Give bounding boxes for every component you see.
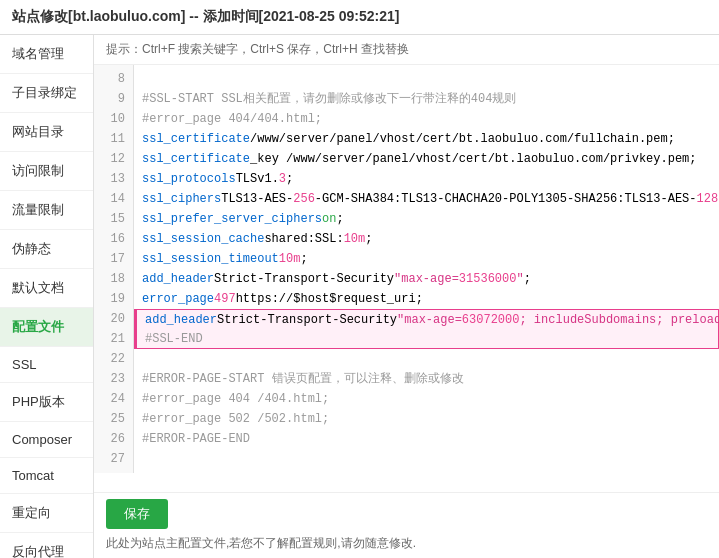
line-numbers: 89101112131415161718192021222324252627 xyxy=(94,65,134,473)
sidebar-item-default-doc[interactable]: 默认文档 xyxy=(0,269,93,308)
code-line-22 xyxy=(134,349,719,369)
sidebar-item-composer[interactable]: Composer xyxy=(0,422,93,458)
line-number-8: 8 xyxy=(94,69,133,89)
code-line-24: #error_page 404 /404.html; xyxy=(134,389,719,409)
page-title: 站点修改[bt.laobuluo.com] -- 添加时间[2021-08-25… xyxy=(12,8,399,24)
line-number-12: 12 xyxy=(94,149,133,169)
sidebar-item-pseudo-static[interactable]: 伪静态 xyxy=(0,230,93,269)
line-number-13: 13 xyxy=(94,169,133,189)
line-number-10: 10 xyxy=(94,109,133,129)
sidebar-item-php-ver[interactable]: PHP版本 xyxy=(0,383,93,422)
sidebar-item-redirect[interactable]: 重定向 xyxy=(0,494,93,533)
sidebar-item-site-dir[interactable]: 网站目录 xyxy=(0,113,93,152)
sidebar-item-flow-limit[interactable]: 流量限制 xyxy=(0,191,93,230)
sidebar-item-config-file[interactable]: 配置文件 xyxy=(0,308,93,347)
save-button[interactable]: 保存 xyxy=(106,499,168,529)
line-number-11: 11 xyxy=(94,129,133,149)
code-line-13: ssl_protocols TLSv1.3; xyxy=(134,169,719,189)
code-line-8 xyxy=(134,69,719,89)
code-line-15: ssl_prefer_server_ciphers on; xyxy=(134,209,719,229)
code-line-18: add_header Strict-Transport-Security "ma… xyxy=(134,269,719,289)
code-line-25: #error_page 502 /502.html; xyxy=(134,409,719,429)
footer-note: 此处为站点主配置文件,若您不了解配置规则,请勿随意修改. xyxy=(106,535,707,552)
hint-bar: 提示：Ctrl+F 搜索关键字，Ctrl+S 保存，Ctrl+H 查找替换 xyxy=(94,35,719,65)
line-number-17: 17 xyxy=(94,249,133,269)
line-number-16: 16 xyxy=(94,229,133,249)
line-number-21: 21 xyxy=(94,329,133,349)
line-number-9: 9 xyxy=(94,89,133,109)
line-number-27: 27 xyxy=(94,449,133,469)
sidebar-item-subdir-bind[interactable]: 子目录绑定 xyxy=(0,74,93,113)
code-lines: #SSL-START SSL相关配置，请勿删除或修改下一行带注释的404规则#e… xyxy=(134,65,719,473)
code-line-14: ssl_ciphers TLS13-AES-256-GCM-SHA384:TLS… xyxy=(134,189,719,209)
line-number-19: 19 xyxy=(94,289,133,309)
content-area: 提示：Ctrl+F 搜索关键字，Ctrl+S 保存，Ctrl+H 查找替换 89… xyxy=(94,35,719,558)
editor-scroll[interactable]: 89101112131415161718192021222324252627 #… xyxy=(94,65,719,492)
code-line-10: #error_page 404/404.html; xyxy=(134,109,719,129)
footer-area: 保存 此处为站点主配置文件,若您不了解配置规则,请勿随意修改. xyxy=(94,492,719,558)
code-line-27 xyxy=(134,449,719,469)
code-line-16: ssl_session_cache shared:SSL:10m; xyxy=(134,229,719,249)
sidebar-item-reverse-proxy[interactable]: 反向代理 xyxy=(0,533,93,558)
editor-container: 89101112131415161718192021222324252627 #… xyxy=(94,65,719,492)
code-line-23: #ERROR-PAGE-START 错误页配置，可以注释、删除或修改 xyxy=(134,369,719,389)
sidebar-item-domain-mgmt[interactable]: 域名管理 xyxy=(0,35,93,74)
code-line-12: ssl_certificate_key /www/server/panel/vh… xyxy=(134,149,719,169)
line-number-18: 18 xyxy=(94,269,133,289)
line-number-25: 25 xyxy=(94,409,133,429)
line-number-20: 20 xyxy=(94,309,133,329)
sidebar-item-access-limit[interactable]: 访问限制 xyxy=(0,152,93,191)
line-number-15: 15 xyxy=(94,209,133,229)
code-line-9: #SSL-START SSL相关配置，请勿删除或修改下一行带注释的404规则 xyxy=(134,89,719,109)
sidebar: 域名管理子目录绑定网站目录访问限制流量限制伪静态默认文档配置文件SSLPHP版本… xyxy=(0,35,94,558)
line-number-22: 22 xyxy=(94,349,133,369)
line-number-23: 23 xyxy=(94,369,133,389)
code-area: 89101112131415161718192021222324252627 #… xyxy=(94,65,719,473)
code-line-17: ssl_session_timeout 10m; xyxy=(134,249,719,269)
code-line-19: error_page 497 https://$host$request_uri… xyxy=(134,289,719,309)
line-number-26: 26 xyxy=(94,429,133,449)
line-number-24: 24 xyxy=(94,389,133,409)
code-line-20: add_header Strict-Transport-Security "ma… xyxy=(134,309,719,329)
sidebar-item-tomcat[interactable]: Tomcat xyxy=(0,458,93,494)
code-line-26: #ERROR-PAGE-END xyxy=(134,429,719,449)
hint-text: 提示：Ctrl+F 搜索关键字，Ctrl+S 保存，Ctrl+H 查找替换 xyxy=(106,42,409,56)
sidebar-item-ssl[interactable]: SSL xyxy=(0,347,93,383)
code-line-21: #SSL-END xyxy=(134,329,719,349)
title-bar: 站点修改[bt.laobuluo.com] -- 添加时间[2021-08-25… xyxy=(0,0,719,35)
code-line-11: ssl_certificate /www/server/panel/vhost/… xyxy=(134,129,719,149)
line-number-14: 14 xyxy=(94,189,133,209)
